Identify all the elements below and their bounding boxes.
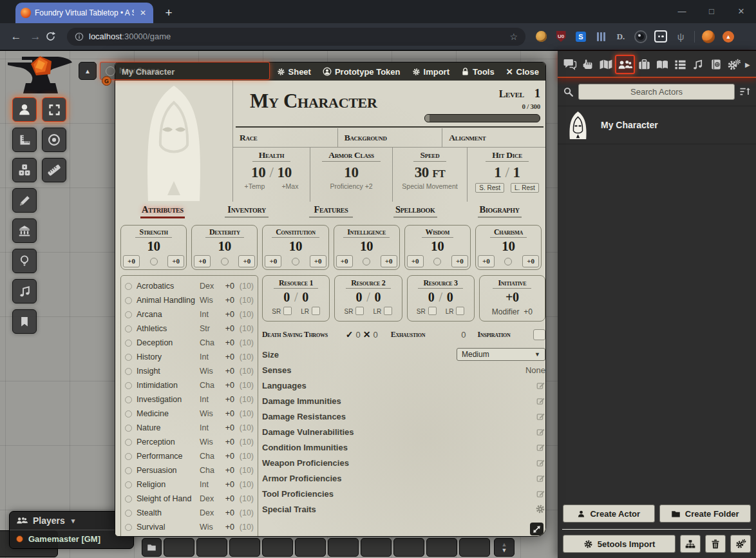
ability-score[interactable]: 10 [476, 238, 541, 255]
reload-button[interactable] [45, 31, 64, 42]
tool-tile-controls[interactable] [12, 158, 37, 182]
resource-max[interactable]: 0 [447, 290, 453, 304]
bars-extension-icon[interactable] [594, 30, 607, 43]
tab-features[interactable]: Features [289, 204, 373, 221]
skill-proficiency-radio[interactable] [125, 453, 132, 460]
skill-row[interactable]: Performance Cha +0 (10) [125, 449, 254, 463]
search-actors-input[interactable] [578, 84, 735, 100]
long-rest-checkbox[interactable] [384, 307, 392, 315]
actor-directory-entry[interactable]: My Character [558, 106, 756, 144]
resource-block[interactable]: Resource 3 0/0 SRLR [407, 275, 475, 322]
tab-settings[interactable] [725, 55, 742, 74]
save-proficiency-radio[interactable] [433, 258, 441, 265]
skill-proficiency-radio[interactable] [125, 325, 132, 332]
toggle-folders-button[interactable] [680, 535, 701, 553]
s-extension-icon[interactable]: S [574, 30, 587, 43]
skill-proficiency-radio[interactable] [125, 311, 132, 318]
skill-row[interactable]: Intimidation Cha +0 (10) [125, 378, 254, 392]
short-rest-checkbox[interactable] [355, 307, 364, 315]
hd-current[interactable]: 1 [494, 164, 501, 180]
character-name[interactable]: My Character [250, 90, 377, 113]
skill-row[interactable]: Sleight of Hand Dex +0 (10) [125, 492, 254, 506]
skill-proficiency-radio[interactable] [125, 410, 132, 418]
health-block[interactable]: Health 10/10 +Temp+Max [233, 148, 310, 202]
5etools-import-button[interactable]: 5etools Import [563, 535, 676, 553]
ability-score[interactable]: 10 [263, 238, 328, 255]
skill-proficiency-radio[interactable] [125, 297, 132, 304]
save-proficiency-radio[interactable] [292, 258, 299, 265]
window-resize-handle[interactable] [530, 523, 543, 535]
skill-proficiency-radio[interactable] [125, 495, 132, 503]
short-rest-checkbox[interactable] [283, 307, 292, 315]
detail-field[interactable]: Alignment [442, 128, 546, 147]
death-successes[interactable]: 0 [354, 330, 363, 340]
ability-modifier[interactable]: +0 [194, 255, 211, 267]
ability-save[interactable]: +0 [522, 255, 539, 267]
tool-measure-distance[interactable] [42, 158, 66, 182]
resource-max[interactable]: 0 [375, 290, 381, 304]
ability-block[interactable]: Constitution 10 +0 +0 [262, 225, 328, 270]
macro-slot[interactable] [164, 538, 194, 557]
size-select[interactable]: Medium▼ [457, 348, 545, 361]
delete-button[interactable] [705, 535, 726, 553]
players-collapse-icon[interactable]: ▾ [71, 517, 75, 525]
hd-max[interactable]: 1 [513, 164, 520, 180]
import-button[interactable]: Import [412, 67, 449, 77]
level-value[interactable]: 1 [534, 86, 540, 101]
ability-block[interactable]: Intelligence 10 +0 +0 [334, 225, 400, 270]
character-portrait[interactable] [115, 81, 232, 201]
create-folder-button[interactable]: Create Folder [659, 505, 751, 523]
ability-save[interactable]: +0 [451, 255, 468, 267]
browser-update-icon[interactable]: ▲ [722, 30, 735, 43]
initiative-block[interactable]: Initiative +0 Modifier +0 [479, 275, 545, 322]
save-proficiency-radio[interactable] [504, 258, 512, 265]
tab-biography[interactable]: Biography [457, 204, 542, 221]
long-rest-checkbox[interactable] [312, 307, 320, 315]
skill-row[interactable]: Arcana Int +0 (10) [125, 307, 254, 322]
ability-modifier[interactable]: +0 [123, 255, 140, 267]
resource-max[interactable]: 0 [302, 290, 308, 304]
skill-proficiency-radio[interactable] [125, 283, 132, 290]
macro-folder-button[interactable] [142, 538, 162, 557]
ability-save[interactable]: +0 [167, 255, 184, 267]
address-bar[interactable]: localhost:30000/game ☆ [67, 28, 525, 46]
skill-proficiency-radio[interactable] [125, 439, 132, 446]
edit-trait-button[interactable] [536, 489, 545, 498]
skill-row[interactable]: Survival Wis +0 (10) [125, 520, 254, 534]
macro-slot[interactable] [229, 538, 260, 557]
window-header[interactable]: My Character Sheet Prototype Token Impor… [115, 63, 545, 81]
detail-field[interactable]: Background [338, 128, 443, 147]
d-extension-icon[interactable]: D. [614, 30, 627, 43]
death-failure-icon[interactable]: ✕ [363, 329, 371, 340]
ability-score[interactable]: 10 [121, 238, 186, 255]
skill-proficiency-radio[interactable] [125, 510, 132, 517]
long-rest-button[interactable]: L. Rest [511, 183, 539, 193]
sheet-config-button[interactable]: Sheet [277, 67, 311, 77]
scene-nav-collapse-button[interactable]: ▲ [79, 62, 97, 80]
skill-proficiency-radio[interactable] [125, 368, 132, 375]
ability-score[interactable]: 10 [405, 238, 470, 255]
death-success-icon[interactable]: ✓ [346, 329, 354, 340]
macro-slot[interactable] [361, 538, 392, 557]
resource-value[interactable]: 0 [283, 290, 290, 304]
tab-inventory[interactable]: Inventory [205, 204, 289, 221]
speed-value[interactable]: 30 ft [415, 164, 446, 181]
ac-value[interactable]: 10 [344, 164, 358, 181]
edit-trait-button[interactable] [536, 412, 545, 421]
ability-save[interactable]: +0 [381, 255, 397, 267]
edit-trait-button[interactable] [536, 443, 545, 452]
skill-proficiency-radio[interactable] [125, 524, 132, 531]
skill-row[interactable]: Nature Int +0 (10) [125, 421, 254, 435]
tool-drawing-controls[interactable] [12, 188, 37, 213]
macro-slot[interactable] [393, 538, 424, 557]
skill-row[interactable]: Animal Handling Wis +0 (10) [125, 293, 254, 307]
ability-modifier[interactable]: +0 [265, 255, 281, 267]
skill-proficiency-radio[interactable] [125, 354, 132, 361]
page-down-icon[interactable]: ▼ [502, 548, 507, 553]
edit-trait-button[interactable] [536, 427, 545, 436]
detail-field[interactable]: Race [233, 128, 338, 147]
character-sheet-window[interactable]: My Character Sheet Prototype Token Impor… [115, 62, 546, 537]
game-canvas[interactable]: Players ▾ Gamemaster [GM] ▲ ▼ [0, 51, 756, 558]
skill-row[interactable]: Stealth Dex +0 (10) [125, 506, 254, 520]
tab-combat[interactable] [580, 55, 597, 74]
